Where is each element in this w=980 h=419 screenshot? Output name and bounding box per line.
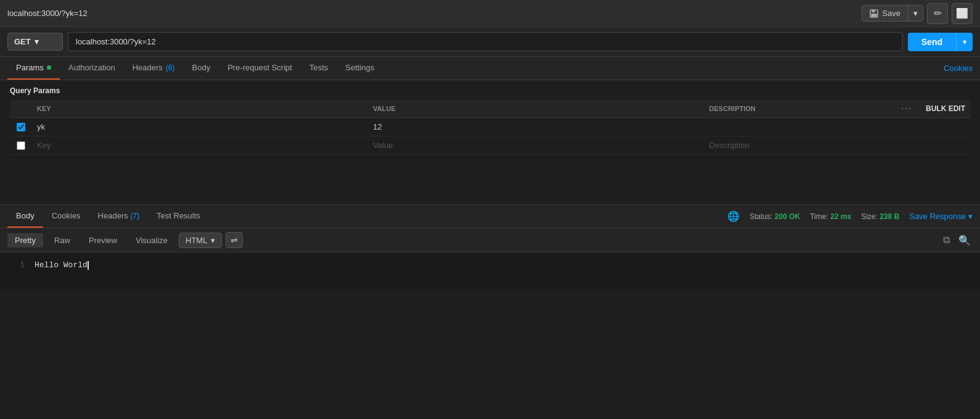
row1-key-value: yk [37, 122, 45, 131]
empty-row-desc-cell[interactable]: Description [704, 136, 896, 155]
url-input[interactable] [68, 32, 903, 51]
method-caret-icon: ▾ [35, 37, 39, 46]
tabs-left: Params Authorization Headers (6) Body Pr… [7, 57, 383, 80]
method-select[interactable]: GET ▾ [7, 33, 63, 51]
response-tab-body[interactable]: Body [7, 205, 43, 228]
three-dots-icon[interactable]: ··· [901, 104, 912, 114]
wrap-icon: ⇌ [231, 235, 238, 245]
response-tabs-bar: Body Cookies Headers (7) Test Results 🌐 … [0, 205, 980, 228]
size-value: 238 B [880, 212, 899, 221]
response-headers-badge: (7) [130, 212, 139, 220]
status-label: Status: 200 OK [749, 212, 800, 221]
row1-menu-cell [896, 118, 921, 136]
col-menu-header: ··· [896, 100, 921, 118]
tab-authorization-label: Authorization [68, 63, 115, 72]
row1-checkbox-cell [10, 118, 32, 136]
tab-tests-label: Tests [309, 63, 328, 72]
empty-row-menu-cell [896, 136, 921, 155]
edit-button[interactable]: ✏ [927, 3, 948, 24]
format-tab-raw[interactable]: Raw [47, 233, 78, 247]
format-tab-preview[interactable]: Preview [81, 233, 125, 247]
response-status-bar: 🌐 Status: 200 OK Time: 22 ms Size: 238 B… [727, 210, 973, 222]
save-caret-button[interactable]: ▾ [908, 6, 923, 21]
format-bar-right: ⧉ 🔍 [941, 233, 973, 248]
row1-desc-cell[interactable] [704, 118, 896, 136]
save-response-label: Save Response [909, 212, 966, 221]
format-bar-left: Pretty Raw Preview Visualize HTML ▾ ⇌ [7, 232, 243, 248]
col-description-header: DESCRIPTION [704, 100, 896, 118]
format-pretty-label: Pretty [15, 236, 36, 245]
page-title: localhost:3000/?yk=12 [7, 9, 88, 18]
format-preview-label: Preview [89, 236, 117, 245]
empty-row-value-cell[interactable]: Value [368, 136, 704, 155]
col-value-header: VALUE [368, 100, 704, 118]
request-tabs: Params Authorization Headers (6) Body Pr… [0, 57, 980, 80]
tab-headers[interactable]: Headers (6) [124, 57, 184, 80]
row1-key-cell[interactable]: yk [32, 118, 368, 136]
wrap-button[interactable]: ⇌ [226, 232, 243, 248]
row1-value-value: 12 [373, 122, 382, 131]
empty-row-checkbox[interactable] [17, 141, 25, 150]
save-button-group[interactable]: Save ▾ [862, 5, 923, 22]
save-button[interactable]: Save [862, 6, 908, 21]
response-tab-headers[interactable]: Headers (7) [89, 205, 148, 228]
response-tab-cookies[interactable]: Cookies [43, 205, 89, 228]
row1-checkbox[interactable] [17, 123, 25, 131]
empty-row-checkbox-cell [10, 136, 32, 155]
params-active-dot [47, 65, 51, 70]
format-tab-visualize[interactable]: Visualize [128, 233, 175, 247]
empty-key-placeholder: Key [37, 141, 51, 150]
svg-rect-2 [872, 14, 877, 17]
tab-prerequest[interactable]: Pre-request Script [219, 57, 301, 80]
headers-badge: (6) [166, 64, 175, 72]
tab-body[interactable]: Body [184, 57, 219, 80]
line-number-1: 1 [7, 259, 25, 272]
save-icon [870, 9, 878, 18]
size-label: Size: 238 B [861, 212, 899, 221]
top-bar: localhost:3000/?yk=12 Save ▾ ✏ ⬜ [0, 0, 980, 27]
format-tab-pretty[interactable]: Pretty [7, 233, 43, 247]
message-icon: ⬜ [956, 7, 968, 19]
row1-value-cell[interactable]: 12 [368, 118, 704, 136]
query-params-title: Query Params [10, 86, 970, 95]
copy-button[interactable]: ⧉ [941, 233, 952, 247]
code-text-value: Hello World [35, 260, 88, 270]
empty-row-key-cell[interactable]: Key [32, 136, 368, 155]
format-select-caret-icon: ▾ [211, 236, 215, 245]
tab-params-label: Params [16, 63, 44, 72]
tab-authorization[interactable]: Authorization [60, 57, 124, 80]
tab-tests[interactable]: Tests [301, 57, 337, 80]
tab-params[interactable]: Params [7, 57, 60, 80]
format-bar: Pretty Raw Preview Visualize HTML ▾ ⇌ ⧉ … [0, 228, 980, 252]
globe-icon: 🌐 [727, 210, 740, 222]
format-select[interactable]: HTML ▾ [179, 233, 222, 248]
query-params-section: Query Params KEY VALUE DESCRIPTION ··· B… [0, 80, 980, 155]
tab-settings[interactable]: Settings [337, 57, 383, 80]
send-button[interactable]: Send [908, 33, 956, 51]
response-section: Body Cookies Headers (7) Test Results 🌐 … [0, 205, 980, 289]
cookies-link[interactable]: Cookies [944, 64, 973, 73]
col-bulk-header: Bulk Edit [921, 100, 970, 118]
send-caret-button[interactable]: ▾ [956, 33, 973, 51]
code-area: 1 Hello World [0, 252, 980, 289]
code-line-1: 1 Hello World [0, 259, 980, 272]
response-tabs-left: Body Cookies Headers (7) Test Results [7, 205, 209, 228]
params-table: KEY VALUE DESCRIPTION ··· Bulk Edit [10, 100, 970, 155]
search-button[interactable]: 🔍 [957, 233, 973, 248]
col-checkbox-header [10, 100, 32, 118]
tab-body-label: Body [192, 63, 211, 72]
table-row-empty: Key Value Description [10, 136, 970, 155]
time-value: 22 ms [830, 212, 851, 221]
empty-value-placeholder: Value [373, 141, 393, 150]
format-raw-label: Raw [54, 236, 70, 245]
method-label: GET [14, 37, 31, 46]
send-button-group: Send ▾ [908, 33, 973, 51]
save-response-caret-icon: ▾ [968, 212, 973, 221]
tab-prerequest-label: Pre-request Script [227, 63, 292, 72]
spacer [0, 155, 980, 204]
message-button[interactable]: ⬜ [952, 3, 973, 24]
bulk-edit-button[interactable]: Bulk Edit [926, 104, 965, 113]
response-tab-testresults[interactable]: Test Results [148, 205, 209, 228]
save-response-button[interactable]: Save Response ▾ [909, 212, 973, 221]
response-tab-testresults-label: Test Results [157, 211, 200, 220]
